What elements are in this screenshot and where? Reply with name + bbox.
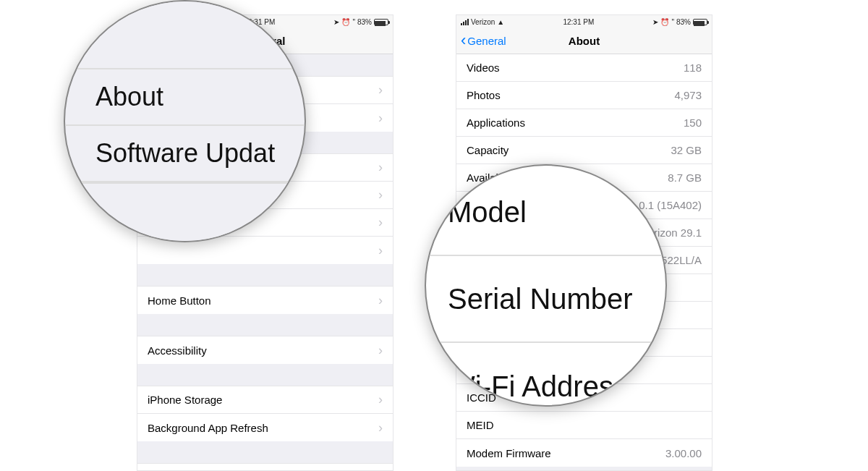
lens-label: About (95, 82, 163, 112)
row-label: Videos (467, 61, 500, 74)
section-gap (137, 364, 393, 386)
chevron-right-icon: › (378, 343, 383, 358)
lens-gray-area (65, 1, 305, 69)
carrier-label: Verizon (471, 18, 495, 26)
chevron-left-icon: ‹ (461, 33, 466, 48)
lens-label: Model (448, 196, 527, 229)
battery-pct: 83% (357, 18, 372, 26)
chevron-right-icon: › (378, 111, 383, 126)
nav-header: ‹ General About (456, 28, 712, 54)
chevron-right-icon: › (378, 392, 383, 407)
row-label: iPhone Storage (148, 394, 222, 406)
status-bar: Verizon ▲ 12:31 PM ➤ ⏰ " 83% (456, 15, 712, 28)
location-icon: ➤ (652, 18, 658, 26)
chevron-right-icon: › (378, 160, 383, 175)
lens-label: Serial Number (448, 283, 633, 315)
location-icon: ➤ (333, 18, 339, 26)
section-gap (137, 441, 393, 463)
about-row[interactable]: Capacity32 GB (456, 137, 712, 164)
back-label: General (467, 35, 506, 47)
bluetooth-icon: " (671, 18, 674, 26)
chevron-right-icon: › (378, 420, 383, 436)
chevron-right-icon: › (378, 82, 383, 98)
group-home: Home Button› (137, 286, 393, 314)
bluetooth-icon: " (352, 18, 355, 26)
chevron-right-icon: › (378, 215, 383, 230)
stage: Verizon ▲ 12:31 PM ➤ ⏰ " 83% ‹ Settings … (0, 0, 868, 471)
battery-pct: 83% (676, 18, 691, 26)
lens-row-software-update: Software Updat (65, 126, 305, 182)
alarm-icon: ⏰ (341, 18, 350, 26)
row-label: Capacity (467, 144, 509, 156)
about-row[interactable]: Photos4,973 (456, 82, 712, 109)
clock: 12:31 PM (563, 18, 594, 26)
about-row[interactable]: Videos118 (456, 54, 712, 82)
group-restrictions: Restrictions On › (137, 463, 393, 471)
row-value: 32 GB (671, 144, 702, 156)
row-value: 4,973 (674, 89, 702, 101)
row-home-button[interactable]: Home Button› (137, 287, 393, 314)
chevron-right-icon: › (378, 243, 383, 258)
row-background-app-refresh[interactable]: Background App Refresh› (137, 414, 393, 441)
battery-icon (693, 19, 707, 25)
row-label: Home Button (148, 294, 211, 307)
row-value: 3.00.00 (665, 447, 702, 459)
row-value: 118 (684, 61, 702, 74)
section-gap (137, 264, 393, 286)
alarm-icon: ⏰ (660, 18, 669, 26)
chevron-right-icon: › (378, 187, 383, 203)
back-button[interactable]: ‹ General (456, 33, 506, 49)
row-iphone-storage[interactable]: iPhone Storage› (137, 386, 393, 414)
about-row[interactable]: Applications150 (456, 109, 712, 137)
row-accessibility[interactable]: Accessibility› (137, 336, 393, 364)
about-row[interactable]: Modem Firmware3.00.00 (456, 439, 712, 467)
group-accessibility: Accessibility› (137, 336, 393, 364)
row-label: MEID (467, 419, 494, 431)
magnifier-serial: Model Serial Number Wi-Fi Addres (425, 164, 667, 407)
battery-icon (374, 19, 388, 25)
row-label: Applications (467, 116, 525, 129)
group-storage: iPhone Storage› Background App Refresh› (137, 386, 393, 441)
lens-row-serial-number: Serial Number (426, 256, 665, 343)
lens-row-about: About (65, 69, 305, 126)
row-label: Accessibility (148, 344, 207, 357)
chevron-right-icon: › (378, 293, 383, 308)
signal-icon (461, 19, 469, 25)
lens-label: Software Updat (95, 138, 275, 169)
row-value: 150 (684, 116, 702, 129)
about-row[interactable]: MEID (456, 412, 712, 439)
row-label: Modem Firmware (467, 447, 551, 459)
row-label: Background App Refresh (148, 422, 268, 434)
wifi-icon: ▲ (497, 18, 504, 26)
magnifier-about: About Software Updat (64, 0, 306, 242)
row-restrictions[interactable]: Restrictions On › (137, 464, 393, 471)
section-gap (137, 314, 393, 336)
row-label: Photos (467, 89, 501, 101)
row-value: 8.7 GB (668, 171, 702, 184)
